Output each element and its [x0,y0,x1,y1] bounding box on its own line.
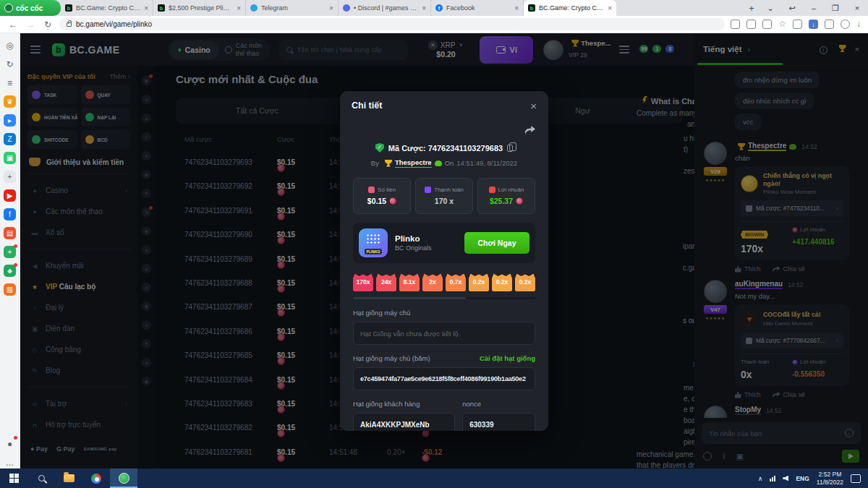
taskbar-clock[interactable]: 2:52 PM11/8/2022 [817,471,843,486]
add-shortcut-icon[interactable]: + [4,171,16,183]
tabs-container: bBC.Game: Crypto Casino Gan×b$2,500 Pres… [61,0,744,16]
bet-id-text: Mã Cược: 74762341103279683 [388,144,503,153]
address-bar[interactable]: bc.game/vi/game/plinko [59,18,725,30]
multiplier-chip: 2x [422,273,443,291]
shop-orange-icon[interactable]: ▤ [4,227,16,239]
forward-button[interactable]: → [25,20,36,30]
game-center-icon[interactable]: ▣ [4,152,16,164]
player-name[interactable]: Thespectre [395,158,432,168]
tab-close-icon[interactable]: × [144,4,148,12]
tab-title: Telegram [261,4,326,12]
vip-crown-icon[interactable]: ♛ [4,95,16,108]
new-tab-button[interactable]: + [744,0,760,16]
network-icon[interactable] [770,476,775,481]
nonce-input[interactable]: 630339 [462,413,535,431]
tab-title: • Discord | #games | BC G [354,4,418,12]
server-seed-label: Hạt giống máy chủ [353,309,535,317]
extensions-icon[interactable] [825,20,834,29]
multiplier-chip: 0.2x [469,273,489,291]
payout-multipliers: 170x24x8.1x2x0.7x0.2x0.2x0.2x0.7x [353,273,535,291]
news-feed-icon[interactable]: ≡ [4,77,16,89]
facebook-favicon: f [435,4,443,12]
server-seed-hash-label: Hạt giống máy chủ (băm) [353,354,430,362]
browser-tab[interactable]: • Discord | #games | BC G× [339,0,431,16]
toolbar-icons: ☆↓↓ [731,20,861,29]
multiplier-chip: 0.2x [515,273,535,291]
browser-tab[interactable]: bBC.Game: Crypto Casino Gan× [61,0,153,16]
modal-close-icon[interactable]: × [530,100,537,112]
game-provider: BC Originals [395,244,457,252]
server-seed-input[interactable]: Hạt Giống vẫn chưa được tiết lộ. [353,322,535,345]
tray-expand-icon[interactable]: ∧ [758,475,763,482]
chrome-button[interactable] [82,468,110,488]
tab-title: BC.Game: Crypto Casino Gar [539,4,604,12]
stat-label: Số tiền [378,187,396,193]
stat-label: Thanh toán [434,187,463,193]
multiplier-scrollbar[interactable] [353,297,535,299]
badge-dot [14,436,17,440]
tab-close-icon[interactable]: × [329,4,333,12]
play-now-button[interactable]: Chơi Ngay [464,232,529,254]
security-shield-icon[interactable] [793,20,802,29]
cart-orange-icon[interactable]: ▥ [4,283,16,296]
plinko-game-icon[interactable]: PLINKO [359,228,388,257]
translate-icon[interactable] [746,20,756,29]
coccoc-brand[interactable]: cốc cốc [0,0,61,16]
trophy-icon [385,160,392,167]
more-options-icon[interactable]: … [4,456,16,468]
campaign-icon[interactable]: ↩ [781,4,803,13]
youtube-icon[interactable]: ▶ [4,189,16,202]
notification-bell-icon[interactable]: ● [4,437,16,450]
stat-lợi-nhuận: Lợi nhuận$25.37 [477,178,535,214]
copy-icon[interactable] [507,145,513,152]
save-page-icon[interactable] [731,20,740,29]
maximize-button[interactable]: ❐ [825,4,846,13]
bookmark-star-icon[interactable]: ☆ [778,20,786,29]
volume-icon[interactable] [783,476,788,481]
coccoc-button[interactable] [110,468,137,488]
browser-tab[interactable]: fFacebook× [431,0,524,16]
game-name: Plinko [395,234,457,243]
browser-tab[interactable]: Telegram× [246,0,339,16]
download-manager-icon[interactable]: ↓ [809,20,818,29]
bet-stats: Số tiền$0.15Thanh toán170 xLợi nhuận$25.… [353,178,535,214]
eco-green-icon[interactable]: ♣ [4,265,16,277]
profile-icon[interactable] [841,20,850,29]
telegram-favicon [250,4,258,12]
action-center-icon[interactable] [851,474,861,483]
browser-tab[interactable]: bBC.Game: Crypto Casino Gar× [524,0,616,16]
settings-icon[interactable]: ◎ [4,39,16,51]
gift-green-icon[interactable]: + [4,246,16,258]
stat-value: $0.15 [367,197,396,205]
stat-icon [368,187,375,193]
zalo-icon[interactable]: Z [4,133,16,145]
refresh-button[interactable]: ↻ [42,20,54,30]
messenger-icon[interactable]: ▸ [4,114,16,127]
file-explorer-button[interactable] [55,468,82,488]
nonce-label: nonce [462,400,535,408]
taskbar-search-button[interactable] [27,468,55,488]
tab-close-icon[interactable]: × [237,4,241,12]
minimize-button[interactable]: – [803,4,825,12]
tab-close-icon[interactable]: × [422,4,426,12]
window-controls: ⌄ ↩ – ❐ × [760,0,868,16]
facebook-icon[interactable]: f [4,208,16,221]
coccoc-download-icon[interactable]: ↓ [856,20,861,29]
share-icon[interactable] [762,20,772,29]
seed-settings-link[interactable]: Cài đặt hạt giống [480,354,535,362]
tab-close-icon[interactable]: × [608,4,612,12]
tab-search-icon[interactable]: ⌄ [760,4,781,13]
history-icon[interactable]: ↻ [4,58,16,70]
start-button[interactable] [0,468,27,488]
stat-label-row: Thanh toán [425,187,463,193]
browser-tab[interactable]: b$2,500 Prestige Plinko Challe× [153,0,246,16]
tab-close-icon[interactable]: × [514,4,519,12]
client-seed-input[interactable]: AkiA4XKKPJMXeNb [353,413,455,431]
url-text: bc.game/vi/game/plinko [76,20,152,28]
share-icon[interactable] [524,126,535,134]
close-window-button[interactable]: × [846,4,868,12]
stat-số-tiền: Số tiền$0.15 [353,178,411,214]
back-button[interactable]: ← [7,20,19,30]
input-language[interactable]: ENG [796,475,809,482]
server-seed-hash-input[interactable]: e7c459474fa77ae5ce9e6218f5f8ceff4086f991… [353,367,535,390]
